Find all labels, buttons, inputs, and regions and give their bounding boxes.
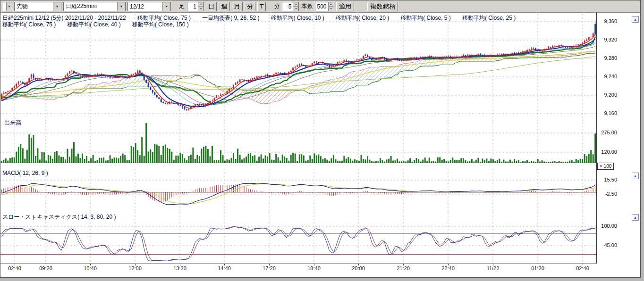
- symbol-select[interactable]: 日経225mini ▼: [63, 2, 126, 11]
- chevron-down-icon: ▼: [117, 2, 125, 11]
- multi-symbol-button[interactable]: 複数銘柄: [367, 2, 398, 11]
- price-axis-label: 9,360: [597, 18, 617, 24]
- time-axis-tick: [538, 264, 538, 265]
- spin-up-icon[interactable]: ▲: [198, 2, 203, 7]
- spin-up-icon[interactable]: ▲: [293, 2, 298, 7]
- legend-item: 一目均衡表( 9, 26, 52 ): [202, 14, 259, 22]
- time-axis-label: 22:40: [435, 265, 461, 271]
- time-axis-tick: [358, 264, 359, 265]
- legend-item: 移動平均( Close, 40 ): [67, 21, 120, 29]
- volume-panel-label: 出来高: [4, 119, 21, 127]
- time-axis-tick: [90, 264, 91, 265]
- macd-chart-plot[interactable]: [0, 169, 596, 211]
- spin-down-icon[interactable]: ▼: [198, 7, 203, 11]
- contract-date-select[interactable]: 12/12 ▼: [127, 2, 171, 11]
- time-axis-label: 14:40: [211, 265, 237, 271]
- volume-unit-badge: × 100: [597, 163, 614, 170]
- apply-button[interactable]: 適用: [336, 2, 355, 11]
- time-axis-label: 18:40: [301, 265, 327, 271]
- period-week-button[interactable]: 週: [219, 2, 229, 11]
- spin-down-icon[interactable]: ▼: [293, 7, 298, 11]
- period-minute-button[interactable]: 分: [245, 2, 255, 11]
- price-scroll-up-button[interactable]: ▲: [632, 16, 639, 23]
- time-axis-tick: [583, 264, 583, 265]
- stoch-panel-label: スロー・ストキャスティクス( 14, 3, 80, 20 ): [2, 213, 116, 221]
- time-axis-tick: [269, 264, 270, 265]
- price-axis-label: 9,280: [597, 55, 617, 61]
- volume-chart-plot[interactable]: [0, 122, 596, 163]
- period-tick-button[interactable]: T: [257, 2, 266, 11]
- volume-axis-label: 120.00: [597, 149, 617, 155]
- period-day-button[interactable]: 日: [206, 2, 217, 11]
- legend-item: 移動平均( Close, 150 ): [132, 21, 189, 29]
- bars-value: 500: [315, 2, 328, 11]
- spinner-arrows[interactable]: ▲▼: [198, 2, 203, 11]
- time-axis-label: 20:00: [345, 265, 372, 271]
- time-axis-label: 12:00: [122, 265, 148, 271]
- ashi-label: 足: [178, 2, 185, 10]
- time-axis-tick: [224, 264, 225, 265]
- macd-scroll-up-button[interactable]: ▲: [632, 173, 639, 179]
- stoch-axis-label: 100.00: [597, 223, 617, 229]
- time-axis-tick: [448, 264, 449, 265]
- macd-axis-label: 15.50: [597, 177, 617, 182]
- ashi-value: 1: [187, 2, 198, 11]
- time-axis-tick: [46, 264, 46, 265]
- right-axis-line: [596, 13, 597, 264]
- stoch-axis-label: 45.00: [597, 242, 617, 248]
- price-axis-label: 9,160: [597, 110, 617, 116]
- time-axis-label: 11/22: [480, 265, 506, 271]
- minute-label: 分: [273, 2, 280, 10]
- chart-app-window: ▼ 先物 ▼ 日経225mini ▼ 12/12 ▼ 足 1 ▲▼ 日 週 月 …: [0, 0, 641, 278]
- price-axis-label: 9,320: [597, 37, 617, 42]
- time-axis-tick: [403, 264, 404, 265]
- time-axis-label: 01:20: [525, 265, 551, 271]
- bars-label: 本数: [301, 2, 313, 10]
- ashi-stepper[interactable]: 1 ▲▼: [187, 2, 204, 11]
- contract-date-value: 12/12: [128, 2, 162, 11]
- price-axis-label: 9,240: [597, 74, 617, 79]
- time-axis-label: 17:20: [256, 265, 282, 271]
- minute-value: 5: [282, 2, 293, 11]
- price-chart-plot[interactable]: [0, 13, 596, 122]
- chevron-down-icon: ▼: [6, 2, 12, 11]
- instrument-type-select[interactable]: 先物 ▼: [14, 2, 61, 11]
- chart-menu-value: [2, 2, 6, 11]
- time-axis-tick: [15, 264, 15, 265]
- symbol-value: 日経225mini: [64, 2, 117, 11]
- legend-item: 移動平均( Close, 75 ): [2, 21, 56, 29]
- time-axis-tick: [180, 264, 180, 265]
- legend-item: 移動平均( Close, 5 ): [400, 14, 451, 22]
- bars-stepper[interactable]: 500 ▲▼: [315, 2, 334, 11]
- chart-area: 日経225mini 12/12 (5分) 2012/11/20 - 2012/1…: [0, 0, 640, 277]
- time-axis-tick: [314, 264, 314, 265]
- time-axis-label: 02:40: [1, 265, 28, 271]
- toolbar: ▼ 先物 ▼ 日経225mini ▼ 12/12 ▼ 足 1 ▲▼ 日 週 月 …: [0, 0, 640, 13]
- period-month-button[interactable]: 月: [232, 2, 243, 11]
- spin-up-icon[interactable]: ▲: [329, 2, 334, 7]
- volume-axis-label: 275.00: [597, 130, 617, 135]
- time-axis-label: 02:40: [569, 265, 596, 271]
- stoch-scroll-up-button[interactable]: ▲: [632, 214, 639, 221]
- time-axis-tick: [135, 264, 136, 265]
- legend-item: 移動平均( Close, 10 ): [271, 14, 324, 22]
- time-axis-label: 21:20: [390, 265, 416, 271]
- price-axis-label: 9,200: [597, 92, 617, 98]
- macd-panel-label: MACD( 12, 26, 9 ): [2, 170, 48, 176]
- spinner-arrows[interactable]: ▲▼: [293, 2, 298, 11]
- legend-line-2: 移動平均( Close, 75 )移動平均( Close, 40 )移動平均( …: [2, 21, 189, 29]
- volume-baseline: [0, 163, 596, 163]
- chevron-down-icon: ▼: [53, 2, 61, 11]
- time-axis-label: 09:20: [33, 265, 59, 271]
- chevron-down-icon: ▼: [162, 2, 170, 11]
- minute-stepper[interactable]: 5 ▲▼: [282, 2, 299, 11]
- chart-menu-dropdown[interactable]: ▼: [2, 2, 12, 11]
- instrument-type-value: 先物: [15, 2, 53, 11]
- time-axis-label: 13:20: [167, 265, 193, 271]
- spinner-arrows[interactable]: ▲▼: [328, 2, 334, 11]
- spin-down-icon[interactable]: ▼: [329, 7, 334, 11]
- time-axis-label: 10:40: [77, 265, 103, 271]
- legend-item: 移動平均( Close, 20 ): [336, 14, 389, 22]
- legend-item: 移動平均( Close, 25 ): [462, 14, 516, 22]
- macd-axis-label: -2.50: [597, 191, 617, 197]
